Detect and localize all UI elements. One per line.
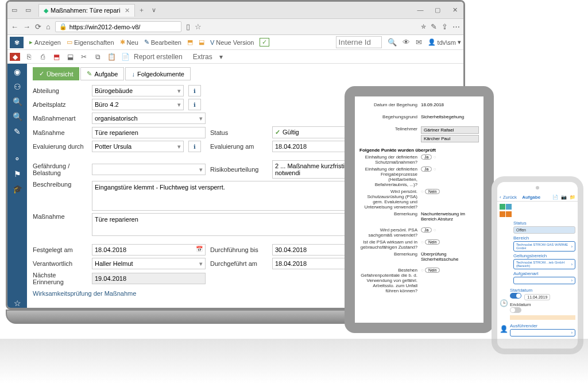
phone-back[interactable]: Zurück — [503, 195, 517, 200]
sidebar-edit-icon[interactable]: ✎ — [14, 127, 21, 136]
sidebar-star-icon[interactable]: ☆ — [14, 299, 21, 308]
field-massnahme2[interactable]: Türe reparieren — [92, 213, 386, 236]
app-window-icon[interactable]: ▭ — [21, 6, 35, 14]
home-icon[interactable]: ⌂ — [46, 22, 51, 31]
radio-ja[interactable]: Ja — [421, 227, 432, 233]
app-window-icon[interactable]: ▭ — [7, 6, 21, 14]
sidebar-grad-icon[interactable]: 🎓 — [13, 184, 22, 194]
field-action-icon[interactable]: ℹ — [188, 141, 201, 152]
ph-field-ausf[interactable]: › — [510, 329, 575, 336]
bearbeiten-button[interactable]: ✎Bearbeiten — [144, 38, 181, 46]
field-massnahmenart[interactable]: organisatorisch — [92, 113, 206, 124]
phone-tiles — [500, 204, 575, 210]
refresh-icon[interactable]: ⟳ — [35, 22, 41, 31]
interne-id-input[interactable] — [336, 36, 382, 48]
notes-icon[interactable]: ✎ — [431, 22, 437, 31]
favorite-icon[interactable]: ☆ — [195, 22, 202, 31]
label-naechste: Nächste Erinnerung — [33, 272, 87, 285]
browser-tab[interactable]: ◆ Maßnahmen: Türe repari ✕ — [38, 4, 135, 17]
reader-icon[interactable]: ▯ — [186, 22, 190, 31]
eigenschaften-button[interactable]: ▭Eigenschaften — [67, 38, 114, 46]
phone-attach-icon[interactable]: 📄 — [552, 195, 558, 200]
phone-camera-icon[interactable]: 📷 — [561, 195, 567, 200]
radio-nein[interactable]: Nein — [425, 239, 440, 245]
tablet-device: Datum der Begehung 18.09.2018 Begehungsg… — [345, 86, 494, 333]
tab-actions-icon[interactable]: ∨ — [152, 6, 156, 14]
toolbar-icon[interactable]: ⎘ — [24, 53, 34, 61]
phone-folder-icon[interactable]: 📁 — [570, 195, 575, 200]
address-bar[interactable]: 🔒 https://win2012-demo-v8/ — [55, 21, 181, 32]
report-icon[interactable]: 📄 — [120, 53, 130, 61]
wirksamkeit-link[interactable]: Wirksamkeitsprüfung der Maßnahme — [33, 290, 386, 297]
sidebar-search-icon[interactable]: 🔍 — [13, 97, 22, 106]
close-tab-icon[interactable]: ✕ — [125, 7, 130, 14]
anzeigen-button[interactable]: ▸Anzeigen — [29, 38, 61, 46]
more-icon[interactable]: ⋯ — [452, 22, 460, 31]
tval-datum: 18.09.2018 — [421, 102, 479, 107]
minimize-button[interactable]: — — [412, 6, 429, 14]
user-menu[interactable]: 👤tdv\sm▾ — [428, 38, 461, 46]
new-tab-button[interactable]: ＋ — [138, 6, 145, 14]
phone-speaker — [536, 186, 539, 189]
tab-favicon: ◆ — [44, 7, 48, 14]
toolbar-icon[interactable]: ⬓ — [199, 38, 204, 46]
sidebar-search2-icon[interactable]: 🔍 — [13, 112, 22, 121]
mail-icon[interactable]: ✉ — [416, 38, 422, 47]
favorites-bar-icon[interactable]: ✮ — [421, 23, 426, 30]
paste-icon[interactable]: 📋 — [106, 53, 117, 61]
neue-version-button[interactable]: VNeue Version — [210, 39, 254, 46]
eye-icon[interactable]: 👁 — [403, 38, 410, 47]
tq2: Einhaltung der definierten Freigabeproze… — [359, 167, 417, 187]
tab-folgedokumente[interactable]: ↓Folgedokumente — [125, 67, 190, 80]
ok-button[interactable]: ✓ — [260, 38, 269, 47]
ph-field-status[interactable]: Offen — [513, 226, 575, 234]
close-window-button[interactable]: ✕ — [446, 6, 463, 14]
maximize-button[interactable]: ▢ — [429, 6, 446, 14]
forward-icon[interactable]: → — [23, 22, 30, 31]
field-abteilung[interactable]: Bürogebäude — [92, 85, 184, 96]
tlabel-grund: Begehungsgrund — [359, 114, 417, 119]
share-icon[interactable]: ⇪ — [442, 22, 448, 31]
ph-field-aufgabenart[interactable]: › — [513, 277, 575, 284]
lock-icon: 🔒 — [59, 23, 67, 30]
sidebar-dashboard-icon[interactable]: ◉ — [14, 67, 21, 76]
cut-icon[interactable]: ✂ — [79, 53, 89, 61]
field-verantwortlich[interactable]: Haller Helmut — [92, 258, 206, 269]
ph-field-bereich[interactable]: Technodat STROM GAS WÄRME GmbH› — [513, 241, 575, 252]
clock-icon: 🕒 — [500, 299, 508, 307]
search-icon[interactable]: 🔍 — [388, 38, 397, 47]
tab-uebersicht[interactable]: ✓Übersicht — [33, 67, 79, 80]
label-risiko: Risikobeurteilung — [210, 166, 268, 173]
phone-back-icon[interactable]: ‹ — [500, 195, 501, 200]
neu-button[interactable]: ✱Neu — [120, 38, 138, 46]
copy-icon[interactable]: ⧉ — [92, 53, 103, 61]
toolbar-icon[interactable]: ⎙ — [37, 53, 48, 61]
radio-nein[interactable]: Nein — [425, 268, 440, 273]
field-arbeitsplatz[interactable]: Büro 4.2 — [92, 99, 184, 110]
field-beschreibung[interactable]: Eingangstüre klemmt - Fluchtweg ist vers… — [92, 181, 386, 211]
field-action-icon[interactable]: ℹ — [188, 99, 201, 110]
radio-ja[interactable]: Ja — [421, 154, 432, 160]
sidebar-tree-icon[interactable]: ⚇ — [14, 82, 21, 91]
field-festgelegt[interactable]: 18.04.2018 — [92, 244, 206, 256]
toggle-end[interactable] — [510, 307, 521, 313]
app-logo-icon[interactable]: ✾ — [10, 37, 24, 48]
extras-menu[interactable]: Extras — [193, 53, 212, 61]
radio-nein[interactable]: Nein — [425, 189, 440, 194]
sidebar-flag-icon[interactable]: ⚑ — [14, 169, 21, 179]
toolbar-icon[interactable]: ⬓ — [65, 53, 75, 61]
field-gefaehrdung[interactable] — [92, 164, 206, 175]
field-action-icon[interactable]: ℹ — [188, 85, 201, 96]
back-icon[interactable]: ← — [11, 22, 18, 31]
report-button[interactable]: Report erstellen — [134, 53, 183, 61]
field-evaluierung-durch[interactable]: Potter Ursula — [92, 141, 184, 152]
radio-ja[interactable]: Ja — [421, 167, 432, 172]
ph-field-startdatum[interactable]: 11.04.2019 — [524, 294, 550, 300]
toolbar-icon[interactable]: ⬒ — [51, 53, 61, 61]
field-massnahme[interactable]: Türe reparieren — [92, 127, 206, 138]
tab-aufgabe[interactable]: ✎Aufgabe — [80, 67, 124, 80]
ph-field-geltung[interactable]: Technodat STROM…ieb GmbH (Bereich)› — [513, 259, 575, 269]
toggle-start[interactable] — [510, 293, 521, 299]
sidebar-share-icon[interactable]: ⚬ — [14, 154, 21, 164]
toolbar-icon[interactable]: ⬒ — [187, 38, 193, 46]
